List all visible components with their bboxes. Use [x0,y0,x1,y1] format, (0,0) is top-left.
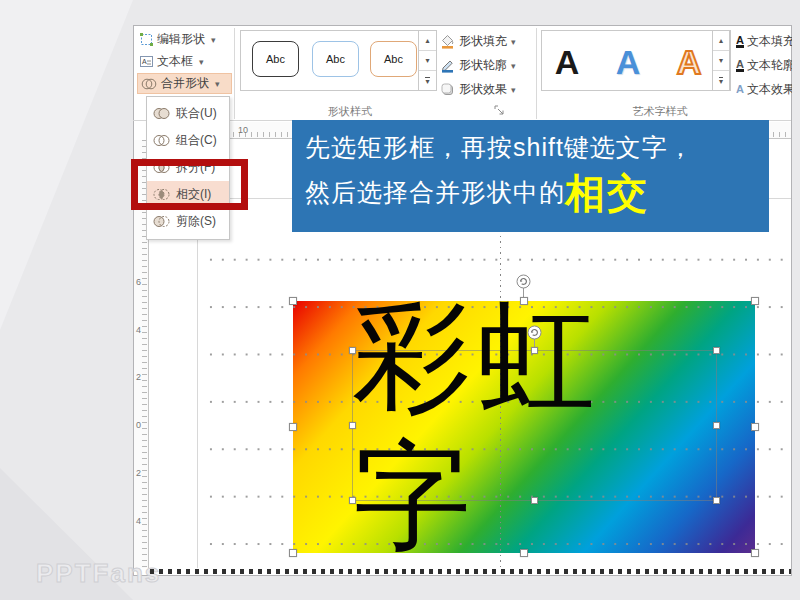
ruler-number: 2 [136,372,141,382]
scroll-up-button[interactable]: ▴ [419,31,436,51]
pencil-icon [440,58,455,73]
chevron-down-icon: ▾ [215,79,220,89]
text-box-label: 文本框 [157,53,193,70]
merge-shapes-icon [141,78,157,90]
menu-item-label: 剪除(S) [176,213,216,230]
shape-outline-button[interactable]: 形状轮廓 ▾ [440,55,516,76]
ruler-number: 4 [136,325,141,335]
resize-handle[interactable] [349,347,356,354]
menu-item-label: 组合(C) [176,132,217,149]
menu-item-union[interactable]: 联合(U) [147,100,229,127]
resize-handle[interactable] [713,347,720,354]
menu-item-label: 联合(U) [176,105,217,122]
ruler-number: 10 [238,125,248,135]
shape-outline-label: 形状轮廓 [459,57,507,74]
text-box-button[interactable]: A 文本框 ▾ [137,51,232,72]
resize-handle[interactable] [289,297,297,305]
rotation-handle[interactable] [516,274,531,289]
text-outline-icon: A [736,59,744,72]
gallery-more-icon: ▾ [719,77,723,85]
tutorial-screenshot: { "window": { "menu": { "edit_shape": "编… [0,0,800,600]
shape-style-preset-3[interactable]: Abc [370,41,417,77]
edit-shape-icon [140,33,153,46]
ruler-number: 4 [136,516,141,526]
menu-item-subtract[interactable]: 剪除(S) [147,208,229,235]
banner-highlight-text: 相交 [565,173,649,213]
resize-handle[interactable] [289,549,297,557]
scroll-down-icon: ▾ [425,56,429,65]
scroll-down-icon: ▾ [719,56,723,65]
svg-text:A: A [142,58,147,65]
resize-handle[interactable] [520,297,528,305]
resize-handle[interactable] [713,422,720,429]
chevron-down-icon: ▾ [511,37,516,47]
wordart-textbox-selection[interactable]: 彩虹字 [352,350,717,501]
banner-line2-text: 然后选择合并形状中的 [305,176,565,213]
text-fill-button[interactable]: A 文本填充 [736,30,792,52]
chevron-down-icon: ▾ [211,35,216,45]
rotation-handle[interactable] [527,325,542,340]
shape-effects-icon [440,82,455,97]
wordart-group-label: 艺术字样式 [600,104,720,119]
bottom-dashed-edge [150,569,791,574]
menu-item-combine[interactable]: 组合(C) [147,127,229,154]
scroll-up-icon: ▴ [425,36,429,45]
shape-fill-label: 形状填充 [459,33,507,50]
chevron-down-icon: ▾ [511,61,516,71]
resize-handle[interactable] [289,423,297,431]
resize-handle[interactable] [349,497,356,504]
scroll-up-button[interactable]: ▴ [713,31,729,51]
resize-handle[interactable] [349,422,356,429]
banner-line2: 然后选择合并形状中的 相交 [305,173,756,213]
wordart-preset-2[interactable]: A [603,36,653,88]
resize-handle[interactable] [751,423,759,431]
text-fill-label: 文本填充 [747,33,792,50]
union-icon [153,107,170,120]
text-fill-icon: A [736,35,744,48]
text-outline-button[interactable]: A 文本轮廓 [736,54,792,76]
ribbon-separator [234,28,235,119]
shape-effects-label: 形状效果 [459,81,507,98]
slide-left-edge [197,198,198,568]
pptfans-watermark: PPTFans [36,558,161,589]
shape-effects-button[interactable]: 形状效果 ▾ [440,79,516,100]
merge-shapes-button[interactable]: 合并形状 ▾ [137,73,232,94]
ruler-number: 6 [136,277,141,287]
wordart-scroll: ▴ ▾ ▾ [712,30,730,91]
red-annotation-box [131,159,248,210]
resize-handle[interactable] [713,497,720,504]
gallery-more-button[interactable]: ▾ [713,71,729,90]
scroll-down-button[interactable]: ▾ [713,51,729,71]
resize-handle[interactable] [751,549,759,557]
wordart-preset-3[interactable]: A [664,36,714,88]
paint-bucket-icon [440,34,455,49]
merge-shapes-label: 合并形状 [161,75,209,92]
scroll-down-button[interactable]: ▾ [419,51,436,71]
resize-handle[interactable] [531,497,538,504]
text-effects-button[interactable]: A 文本效果 [736,78,792,100]
shape-style-preset-2[interactable]: Abc [312,41,359,77]
shape-style-preset-1[interactable]: Abc [252,41,299,77]
subtract-icon [153,215,170,228]
instruction-banner: 先选矩形框，再按shift键选文字， 然后选择合并形状中的 相交 [292,120,769,232]
text-effects-icon: A [736,84,744,94]
shape-styles-scroll: ▴ ▾ ▾ [418,30,437,91]
edit-shape-button[interactable]: 编辑形状 ▾ [137,29,232,50]
gallery-more-icon: ▾ [425,77,429,85]
chevron-down-icon: ▾ [511,85,516,95]
text-outline-label: 文本轮廓 [747,57,792,74]
resize-handle[interactable] [520,549,528,557]
wordart-preset-1[interactable]: A [542,36,592,88]
banner-line1: 先选矩形框，再按shift键选文字， [305,131,756,164]
ruler-number: 0 [136,420,141,430]
scroll-up-icon: ▴ [719,36,723,45]
ribbon-separator [536,28,537,119]
shape-fill-button[interactable]: 形状填充 ▾ [440,31,516,52]
gallery-more-button[interactable]: ▾ [419,71,436,90]
text-effects-label: 文本效果 [747,81,792,98]
combine-icon [153,134,170,147]
dialog-launcher-icon[interactable] [494,105,505,116]
text-box-icon: A [140,55,153,68]
resize-handle[interactable] [531,347,538,354]
resize-handle[interactable] [751,297,759,305]
